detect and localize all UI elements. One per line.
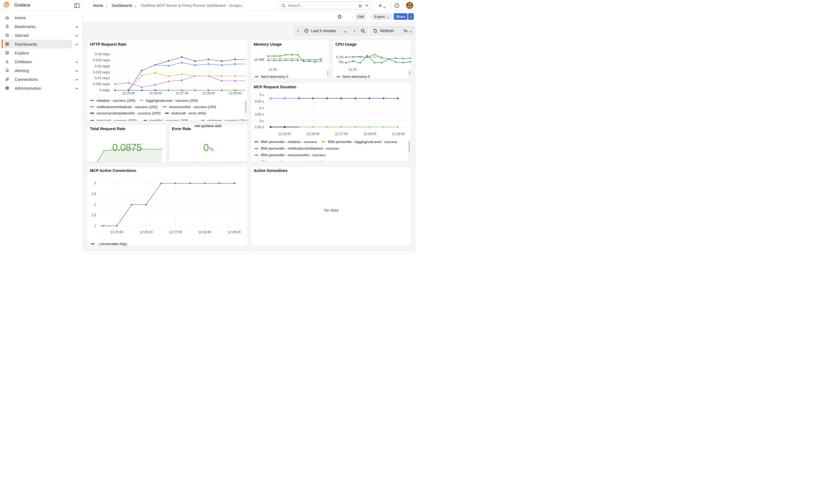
svg-text:0%: 0% xyxy=(339,60,344,64)
svg-text:1: 1 xyxy=(94,224,96,228)
svg-text:12:25:00: 12:25:00 xyxy=(110,230,123,234)
svg-text:0.2%: 0.2% xyxy=(336,55,344,59)
svg-text:12:26:00: 12:26:00 xyxy=(140,230,153,234)
svg-text:?: ? xyxy=(396,4,398,7)
svg-text:12:27:00: 12:27:00 xyxy=(169,230,182,234)
svg-text:1.5: 1.5 xyxy=(92,213,96,217)
svg-text:12:28:00: 12:28:00 xyxy=(198,230,211,234)
svg-text:3: 3 xyxy=(94,181,96,185)
svg-text:2: 2 xyxy=(94,203,96,207)
svg-text:12:25: 12:25 xyxy=(268,68,277,72)
svg-text:2.5: 2.5 xyxy=(92,192,96,196)
svg-text:16 MiB: 16 MiB xyxy=(254,58,264,62)
svg-text:12:29:00: 12:29:00 xyxy=(228,230,241,234)
svg-text:12:25: 12:25 xyxy=(348,68,357,72)
